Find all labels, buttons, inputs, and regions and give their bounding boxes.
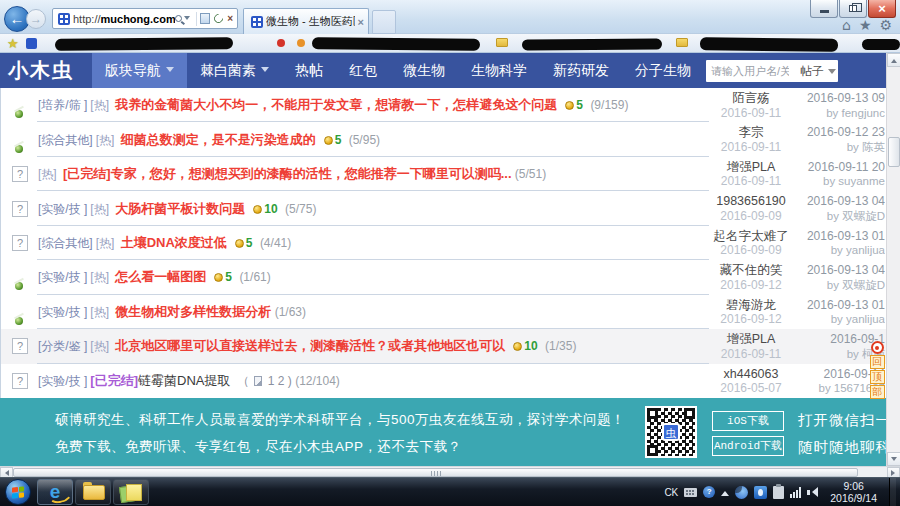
nav-item-molecular-bio[interactable]: 分子生物 <box>622 53 704 88</box>
favorite-site-icon[interactable] <box>26 38 37 49</box>
last-reply-author[interactable]: by 陈英 <box>791 140 885 155</box>
vertical-scrollbar-thumb[interactable] <box>888 137 900 167</box>
thread-title-link[interactable]: 土壤DNA浓度过低 <box>121 235 227 250</box>
thread-row[interactable]: [培养/筛 ][热] 我养的金葡菌大小不均一，不能用于发文章，想请教一下，怎样避… <box>1 88 886 122</box>
thread-title-link[interactable]: [已完结]专家，您好，想测想买到的漆酶的活性，您能推荐一下哪里可以测吗... <box>63 166 512 181</box>
back-to-top-button[interactable]: 回顶部 <box>869 341 885 400</box>
last-reply-author[interactable]: by yanlijua <box>791 312 885 327</box>
thread-category-tag[interactable]: [实验/技 ] <box>38 374 87 388</box>
folder-icon[interactable] <box>496 38 508 47</box>
thread-category-tag[interactable]: [培养/筛 ] <box>38 98 87 112</box>
favorite-icon[interactable] <box>277 39 285 47</box>
tab-close-icon[interactable]: × <box>358 16 364 28</box>
reply-view-count: (5/95) <box>349 133 380 147</box>
nav-item-bioscience[interactable]: 生物科学 <box>458 53 540 88</box>
home-icon[interactable]: ⌂ <box>842 17 851 33</box>
network-signal-icon[interactable] <box>790 487 801 498</box>
nav-item-forum-nav[interactable]: 版块导航 <box>92 53 187 88</box>
nav-item-hot-posts[interactable]: 热帖 <box>282 53 336 88</box>
thread-row[interactable]: [实验/技 ][热] 微生物相对多样性数据分析 (1/63)碧海游龙2016-0… <box>1 295 886 329</box>
thread-title-link[interactable]: 北京地区哪里可以直接送样过去，测漆酶活性？或者其他地区也可以 <box>115 338 505 353</box>
new-tab-button[interactable] <box>372 10 396 34</box>
explorer-taskbar-button[interactable] <box>75 479 111 505</box>
banner-line-1: 硕博研究生、科研工作人员最喜爱的学术科研平台，与500万虫友在线互动，探讨学术问… <box>55 411 625 429</box>
add-favorite-star-icon[interactable]: ★ <box>7 36 19 51</box>
last-reply-author[interactable]: by 双螺旋D <box>791 209 885 224</box>
window-minimize-button[interactable] <box>810 0 838 18</box>
last-reply-author[interactable]: by fengjunc <box>791 106 885 121</box>
action-center-icon[interactable] <box>773 486 784 499</box>
favorites-bar: ★ <box>0 34 900 53</box>
ios-download-button[interactable]: iOS下载 <box>712 411 784 431</box>
thread-category-tag[interactable]: [综合其他] <box>38 133 93 147</box>
ie-taskbar-button[interactable]: e <box>37 479 73 505</box>
chevron-down-icon[interactable] <box>184 16 190 23</box>
scroll-down-arrow[interactable] <box>887 452 900 466</box>
thread-title-link[interactable]: 链霉菌DNA提取 <box>138 373 230 388</box>
window-close-button[interactable]: × <box>868 0 896 18</box>
tray-app-icon-blue[interactable] <box>754 486 767 499</box>
thread-row[interactable]: ?[分类/鉴 ][热] 北京地区哪里可以直接送样过去，测漆酶活性？或者其他地区也… <box>1 329 886 363</box>
refresh-icon[interactable] <box>212 12 225 25</box>
thread-row[interactable]: [实验/技 ][热] 怎么看一幅图图5 (1/61)藏不住的笑2016-09-1… <box>1 260 886 294</box>
help-tray-icon[interactable]: ? <box>703 486 715 498</box>
stop-icon[interactable]: × <box>227 13 233 24</box>
favorite-icon[interactable] <box>297 39 305 47</box>
thread-category-tag[interactable]: [实验/技 ] <box>38 202 87 216</box>
thread-category-tag[interactable]: [实验/技 ] <box>38 270 87 284</box>
thread-category-tag[interactable]: [分类/鉴 ] <box>38 339 87 353</box>
thread-row[interactable]: ?[实验/技 ][热] 大肠杆菌平板计数问题10 (5/75)198365619… <box>1 191 886 225</box>
address-bar[interactable]: http://muchong.com/bbs/for × <box>52 8 238 29</box>
vertical-scrollbar[interactable] <box>886 53 900 466</box>
keyboard-icon[interactable] <box>684 488 697 497</box>
last-reply-author[interactable]: by 双螺旋D <box>791 278 885 293</box>
folder-icon[interactable] <box>676 38 688 47</box>
nav-item-echinocandin[interactable]: 棘白菌素 <box>187 53 282 88</box>
site-logo[interactable]: 小木虫 <box>8 57 74 84</box>
thread-title-link[interactable]: 细菌总数测定，是不是污染造成的 <box>121 132 316 147</box>
wechat-scan-line-1: 打开微信扫一扫 <box>798 411 887 430</box>
thread-category-tag[interactable]: [实验/技 ] <box>38 305 87 319</box>
favorites-star-icon[interactable]: ★ <box>859 17 872 33</box>
thread-row[interactable]: [综合其他][热] 细菌总数测定，是不是污染造成的5 (5/95)李宗2016-… <box>1 122 886 156</box>
search-type-select[interactable]: 帖子 <box>794 63 828 80</box>
show-desktop-button[interactable] <box>889 478 896 506</box>
tray-app-icon-moon[interactable] <box>735 486 748 499</box>
nav-item-drug-rd[interactable]: 新药研发 <box>540 53 622 88</box>
start-button[interactable] <box>5 479 31 505</box>
thread-title-link[interactable]: 怎么看一幅图图 <box>115 269 206 284</box>
coin-icon <box>253 205 262 214</box>
search-icon[interactable] <box>175 15 182 22</box>
horizontal-scrollbar-thumb[interactable] <box>13 468 858 477</box>
thread-hot-tag: [热] <box>38 167 60 181</box>
nav-item-microbiology[interactable]: 微生物 <box>390 53 458 88</box>
last-reply-author[interactable]: by yanlijua <box>791 243 885 258</box>
pagination-pages[interactable]: 1 2 ) <box>264 374 295 388</box>
thread-title-link[interactable]: 我养的金葡菌大小不均一，不能用于发文章，想请教一下，怎样避免这个问题 <box>115 97 557 112</box>
android-download-button[interactable]: Android下载 <box>712 436 784 456</box>
thread-category-tag[interactable]: [综合其他] <box>38 236 93 250</box>
browser-tab[interactable]: 微生物 - 生物医药区 - 小... × <box>243 8 369 34</box>
tools-gear-icon[interactable]: ⚙ <box>879 17 892 33</box>
taskbar-clock[interactable]: 9:06 2016/9/14 <box>824 480 883 504</box>
sticky-notes-taskbar-button[interactable] <box>113 479 149 505</box>
nav-item-red-packet[interactable]: 红包 <box>336 53 390 88</box>
thread-row[interactable]: ?[实验/技 ][已完结]链霉菌DNA提取 （ 1 2 ) (12/104)xh… <box>1 364 886 398</box>
input-method-indicator[interactable]: CK <box>664 487 678 498</box>
thread-row[interactable]: ?[综合其他][热] 土壤DNA浓度过低5 (4/41)起名字太难了2016-0… <box>1 226 886 260</box>
compatibility-view-icon[interactable] <box>200 13 210 24</box>
volume-icon[interactable] <box>807 487 818 497</box>
thread-main: [综合其他][热] 土壤DNA浓度过低5 (4/41) <box>38 234 700 252</box>
search-box[interactable]: 帖子 <box>706 60 838 82</box>
thread-row[interactable]: ?[热] [已完结]专家，您好，想测想买到的漆酶的活性，您能推荐一下哪里可以测吗… <box>1 157 886 191</box>
url-text[interactable]: http://muchong.com/bbs/for <box>73 13 175 25</box>
horizontal-scrollbar[interactable] <box>0 466 900 477</box>
thread-title-link[interactable]: 微生物相对多样性数据分析 <box>115 304 271 319</box>
scroll-up-arrow[interactable] <box>887 53 900 67</box>
browser-forward-button[interactable]: → <box>26 9 46 29</box>
last-reply-author[interactable]: by suyanme <box>791 174 885 189</box>
thread-title-link[interactable]: 大肠杆菌平板计数问题 <box>115 201 245 216</box>
search-input[interactable] <box>706 65 794 77</box>
window-restore-button[interactable] <box>839 0 867 18</box>
show-hidden-icons-arrow[interactable] <box>721 487 729 496</box>
